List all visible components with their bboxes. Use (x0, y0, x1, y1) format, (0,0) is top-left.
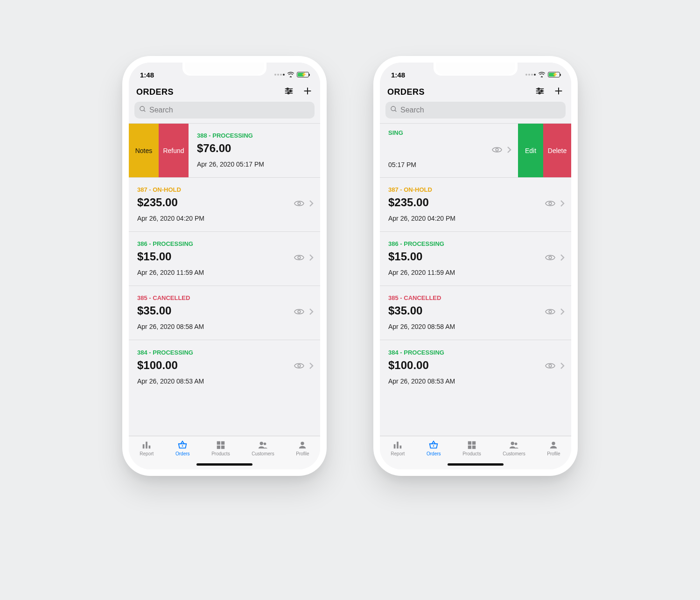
svg-point-17 (182, 445, 183, 447)
svg-point-24 (301, 442, 304, 445)
order-status-fragment: SING (388, 129, 403, 136)
order-row[interactable]: SING 05:17 PM Edit Delete (380, 124, 571, 178)
tab-profile[interactable]: Profile (547, 440, 560, 456)
order-amount: $15.00 (388, 250, 455, 263)
order-amount: $100.00 (388, 359, 455, 372)
eye-icon[interactable] (545, 362, 555, 371)
svg-rect-15 (146, 442, 147, 449)
search-icon (139, 105, 147, 115)
svg-point-48 (511, 442, 514, 445)
profile-icon (297, 440, 308, 450)
tab-label: Customers (503, 451, 525, 456)
tab-customers[interactable]: Customers (252, 440, 274, 456)
svg-rect-45 (472, 441, 476, 445)
eye-icon[interactable] (545, 308, 555, 317)
cellular-icon (274, 74, 285, 76)
order-row[interactable]: 385 - CANCELLED $35.00 Apr 26, 2020 08:5… (380, 286, 571, 340)
order-amount: $35.00 (137, 304, 204, 317)
wifi-icon (287, 71, 294, 79)
tab-products[interactable]: Products (211, 440, 230, 456)
tab-report[interactable]: Report (391, 440, 405, 456)
order-row[interactable]: 387 - ON-HOLD $235.00 Apr 26, 2020 04:20… (129, 178, 320, 232)
order-amount: $15.00 (137, 250, 204, 263)
chevron-right-icon[interactable] (560, 362, 565, 371)
orders-list[interactable]: SING 05:17 PM Edit Delete (380, 123, 571, 436)
home-indicator[interactable] (196, 463, 252, 466)
cellular-icon (525, 74, 536, 76)
basket-icon (177, 440, 188, 450)
grid-icon (467, 440, 477, 450)
eye-icon[interactable] (294, 362, 304, 371)
eye-icon[interactable] (294, 254, 304, 263)
chevron-right-icon[interactable] (309, 200, 314, 209)
order-status: 386 - PROCESSING (388, 240, 455, 247)
order-date: Apr 26, 2020 11:59 AM (388, 269, 455, 276)
tab-report[interactable]: Report (140, 440, 154, 456)
tab-customers[interactable]: Customers (503, 440, 525, 456)
tab-profile[interactable]: Profile (296, 440, 309, 456)
svg-rect-20 (217, 446, 220, 449)
page-title: ORDERS (387, 87, 425, 97)
tab-label: Report (391, 451, 405, 456)
chevron-right-icon[interactable] (560, 200, 565, 209)
eye-icon[interactable] (492, 146, 502, 155)
orders-list[interactable]: Notes Refund 388 - PROCESSING $76.00 Apr… (129, 123, 320, 436)
order-status: 386 - PROCESSING (137, 240, 204, 247)
svg-point-13 (298, 364, 301, 367)
order-row[interactable]: 386 - PROCESSING $15.00 Apr 26, 2020 11:… (380, 232, 571, 286)
home-indicator[interactable] (448, 463, 504, 466)
chevron-right-icon[interactable] (560, 308, 565, 317)
search-placeholder: Search (400, 106, 424, 114)
filter-button[interactable] (284, 86, 294, 98)
add-button[interactable] (553, 86, 564, 98)
tab-orders[interactable]: Orders (175, 440, 190, 456)
order-amount: $100.00 (137, 359, 204, 372)
chevron-right-icon[interactable] (309, 254, 314, 263)
svg-point-10 (298, 202, 301, 205)
tab-products[interactable]: Products (462, 440, 481, 456)
search-icon (390, 105, 398, 115)
search-input[interactable]: Search (385, 102, 566, 119)
svg-point-37 (549, 256, 552, 259)
search-input[interactable]: Search (134, 102, 315, 119)
order-row[interactable]: Notes Refund 388 - PROCESSING $76.00 Apr… (129, 124, 320, 178)
filter-button[interactable] (535, 86, 545, 98)
swipe-delete-button[interactable]: Delete (543, 124, 571, 177)
svg-rect-21 (221, 446, 224, 449)
tab-orders[interactable]: Orders (427, 440, 441, 456)
swipe-notes-button[interactable]: Notes (129, 124, 159, 177)
tab-label: Orders (427, 451, 441, 456)
svg-point-33 (391, 106, 395, 111)
phone-mockup-right: 1:48 ⚡ ORDERS Search (373, 56, 578, 476)
eye-icon[interactable] (294, 308, 304, 317)
svg-point-11 (298, 256, 301, 259)
svg-point-22 (260, 442, 263, 445)
tab-label: Customers (252, 451, 274, 456)
svg-point-8 (140, 106, 144, 111)
eye-icon[interactable] (545, 254, 555, 263)
svg-rect-44 (468, 441, 471, 445)
grid-icon (216, 440, 226, 450)
swipe-refund-button[interactable]: Refund (159, 124, 189, 177)
chevron-right-icon[interactable] (309, 362, 314, 371)
chevron-right-icon[interactable] (560, 254, 565, 263)
order-date: Apr 26, 2020 04:20 PM (388, 215, 455, 222)
order-row[interactable]: 384 - PROCESSING $100.00 Apr 26, 2020 08… (129, 340, 320, 394)
order-row[interactable]: 386 - PROCESSING $15.00 Apr 26, 2020 11:… (129, 232, 320, 286)
order-row[interactable]: 385 - CANCELLED $35.00 Apr 26, 2020 08:5… (129, 286, 320, 340)
order-row[interactable]: 384 - PROCESSING $100.00 Apr 26, 2020 08… (380, 340, 571, 394)
eye-icon[interactable] (294, 200, 304, 209)
order-status: 385 - CANCELLED (137, 294, 204, 301)
add-button[interactable] (302, 86, 313, 98)
svg-line-9 (144, 110, 145, 112)
order-date: Apr 26, 2020 08:58 AM (388, 323, 455, 330)
tab-label: Profile (547, 451, 560, 456)
battery-icon: ⚡ (548, 72, 560, 77)
swipe-edit-button[interactable]: Edit (518, 124, 543, 177)
order-row[interactable]: 387 - ON-HOLD $235.00 Apr 26, 2020 04:20… (380, 178, 571, 232)
chevron-right-icon[interactable] (309, 308, 314, 317)
chevron-right-icon[interactable] (507, 146, 511, 155)
svg-rect-16 (149, 446, 151, 448)
eye-icon[interactable] (545, 200, 555, 209)
svg-rect-14 (143, 444, 145, 448)
